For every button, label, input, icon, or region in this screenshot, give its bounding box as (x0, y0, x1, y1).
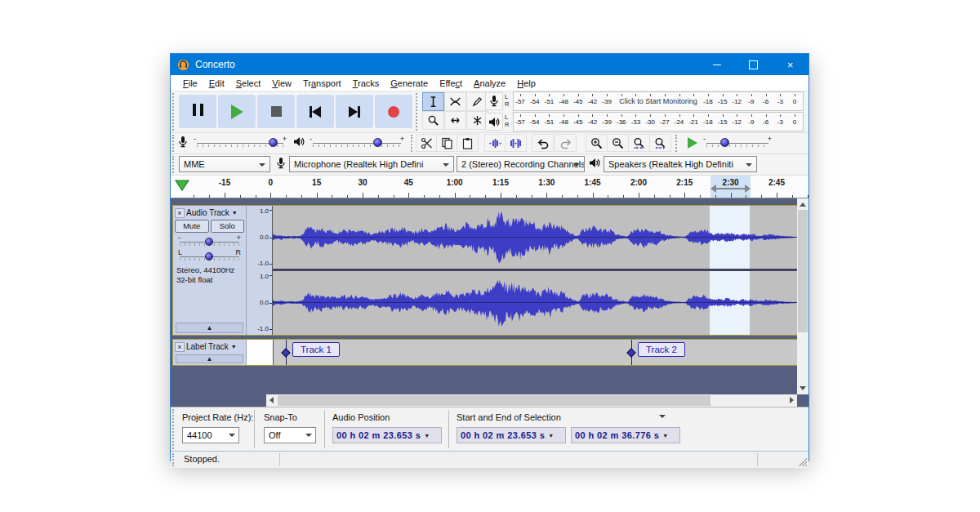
time-shift-tool-button[interactable] (444, 111, 466, 130)
label-marker-diamond-icon[interactable] (626, 348, 635, 357)
horizontal-scrollbar[interactable] (266, 394, 797, 407)
menu-analyze[interactable]: Analyze (468, 78, 511, 88)
menu-effect[interactable]: Effect (434, 78, 468, 88)
collapse-track-button[interactable]: ▲ (176, 354, 243, 363)
solo-button[interactable]: Solo (211, 220, 245, 233)
recording-channels-select[interactable]: 2 (Stereo) Recording Channels (457, 156, 585, 172)
stop-button[interactable] (257, 95, 295, 128)
track-menu-arrow-icon[interactable]: ▼ (232, 210, 238, 216)
audio-host-select[interactable]: MME (179, 156, 270, 172)
device-toolbar-gripper[interactable] (172, 156, 177, 173)
transport-toolbar-gripper[interactable] (172, 93, 177, 131)
vertical-scroll-thumb[interactable] (798, 210, 808, 332)
timeline-ruler[interactable]: -1501530451:001:151:301:452:002:152:302:… (171, 176, 808, 198)
tools-toolbar-gripper[interactable] (416, 93, 421, 131)
fit-project-button[interactable] (649, 134, 671, 152)
chevron-down-icon[interactable] (659, 415, 666, 418)
selection-drag-bar[interactable] (715, 188, 746, 189)
copy-button[interactable] (436, 134, 458, 152)
monitoring-hint[interactable]: Click to Start Monitoring (616, 97, 701, 105)
track-title[interactable]: Label Track (186, 342, 229, 351)
vertical-scrollbar[interactable] (797, 198, 808, 394)
menu-generate[interactable]: Generate (385, 78, 434, 88)
menu-transport[interactable]: Transport (297, 78, 347, 88)
silence-audio-button[interactable] (505, 134, 527, 152)
envelope-tool-button[interactable] (444, 92, 466, 111)
slider-thumb[interactable] (205, 252, 213, 260)
scroll-up-icon[interactable] (800, 203, 806, 207)
project-rate-select[interactable]: 44100 (182, 427, 239, 443)
scroll-left-icon[interactable] (270, 397, 274, 403)
label-track-content[interactable]: Track 1Track 2 (274, 340, 797, 365)
recording-meter[interactable]: LR 0-3-6-9-12-15-18-21-24-27-30-33-36-39… (485, 91, 804, 111)
cut-button[interactable] (416, 134, 438, 152)
track-menu-arrow-icon[interactable]: ▼ (231, 344, 237, 349)
selection-end-field[interactable]: 00 h 02 m 36.776 s▼ (571, 427, 680, 443)
snap-to-select[interactable]: Off (264, 427, 316, 443)
playback-volume-slider[interactable]: - + (308, 135, 406, 151)
trim-audio-button[interactable] (484, 134, 506, 152)
skip-to-end-button[interactable] (336, 95, 373, 128)
menu-tracks[interactable]: Tracks (347, 78, 385, 88)
menu-file[interactable]: File (177, 78, 203, 88)
menu-select[interactable]: Select (230, 78, 267, 88)
playback-meter[interactable]: LR 0-3-6-9-12-15-18-21-24-27-30-33-36-39… (485, 112, 804, 131)
track-title[interactable]: Audio Track (186, 208, 229, 217)
quick-play-icon[interactable] (175, 180, 189, 191)
selection-tool-button[interactable] (422, 92, 444, 111)
pan-slider[interactable]: L R (178, 249, 241, 263)
slider-thumb[interactable] (205, 238, 213, 246)
horizontal-scroll-thumb[interactable] (278, 395, 710, 406)
zoom-in-button[interactable] (586, 134, 608, 152)
pause-button[interactable] (179, 95, 216, 128)
paste-button[interactable] (457, 134, 479, 152)
scroll-right-icon[interactable] (790, 397, 794, 403)
minimize-button[interactable] (698, 54, 735, 75)
playback-meter-speaker-button[interactable] (485, 113, 503, 131)
gain-slider[interactable]: - + (178, 234, 241, 248)
playback-meter-scale[interactable]: 0-3-6-9-12-15-18-21-24-27-30-33-36-39-42… (513, 112, 804, 131)
zoom-to-selection-button[interactable] (628, 134, 650, 152)
close-track-button[interactable]: × (175, 342, 185, 352)
skip-to-start-button[interactable] (296, 95, 334, 128)
resize-grip[interactable] (799, 458, 807, 466)
selection-toolbar-gripper[interactable] (172, 409, 177, 449)
waveform-right-channel (273, 271, 797, 334)
zoom-out-button[interactable] (607, 134, 629, 152)
play-at-speed-gripper[interactable] (675, 135, 680, 152)
menu-help[interactable]: Help (511, 78, 541, 88)
recording-meter-scale[interactable]: 0-3-6-9-12-15-18-21-24-27-30-33-36-39-42… (513, 91, 804, 111)
recording-device-select[interactable]: Microphone (Realtek High Defini (289, 156, 454, 172)
label-marker-diamond-icon[interactable] (281, 348, 290, 357)
close-button[interactable]: × (772, 54, 808, 75)
scroll-down-icon[interactable] (800, 386, 806, 390)
maximize-button[interactable] (735, 54, 772, 75)
menu-view[interactable]: View (266, 78, 297, 88)
field-dropdown-icon[interactable]: ▼ (424, 433, 430, 439)
label-text[interactable]: Track 2 (638, 342, 685, 357)
playback-device-select[interactable]: Speakers (Realtek High Definiti (604, 156, 757, 172)
field-dropdown-icon[interactable]: ▼ (662, 433, 668, 439)
undo-button[interactable] (532, 134, 554, 152)
recording-meter-mic-button[interactable] (485, 92, 503, 110)
waveform-area[interactable] (273, 206, 797, 335)
zoom-tool-button[interactable] (422, 111, 444, 130)
recording-volume-slider[interactable]: - + (192, 135, 288, 151)
selection-start-field[interactable]: 00 h 02 m 23.653 s▼ (457, 427, 566, 443)
menu-edit[interactable]: Edit (203, 78, 230, 88)
record-button[interactable] (375, 95, 412, 128)
play-at-speed-button[interactable] (681, 134, 703, 152)
play-speed-slider[interactable]: - + (702, 135, 773, 151)
field-dropdown-icon[interactable]: ▼ (548, 433, 554, 439)
play-button[interactable] (218, 95, 256, 128)
redo-button[interactable] (555, 134, 577, 152)
close-track-button[interactable]: × (175, 208, 185, 218)
mute-button[interactable]: Mute (175, 220, 209, 233)
audio-position-field[interactable]: 00 h 02 m 23.653 s▼ (332, 427, 442, 443)
audio-track[interactable]: × Audio Track ▼ Mute Solo - + L (172, 205, 798, 336)
label-track[interactable]: × Label Track ▼ ▲ Track 1Track 2 (172, 339, 798, 366)
collapse-track-button[interactable]: ▲ (176, 323, 243, 333)
slider-thumb[interactable] (720, 138, 729, 147)
selection-format-label[interactable]: Start and End of Selection (457, 412, 561, 422)
label-text[interactable]: Track 1 (292, 342, 340, 357)
